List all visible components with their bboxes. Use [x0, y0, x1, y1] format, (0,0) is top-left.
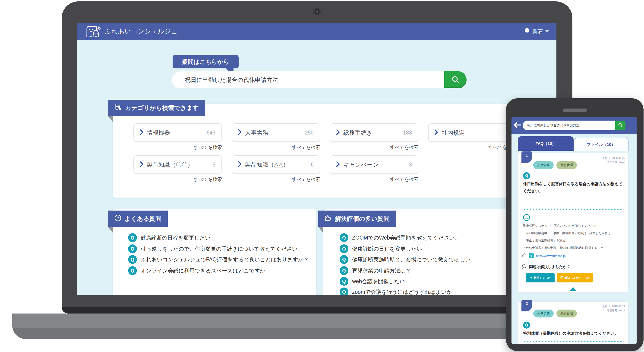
tag-pill[interactable]: 人事労務 — [533, 161, 554, 169]
back-arrow-icon[interactable] — [513, 122, 522, 129]
category-name: 総務手続き — [343, 129, 372, 137]
popular-list-item[interactable]: Q 健康診断実施時期と、会場について教えてほしい。 — [340, 255, 476, 264]
app-logo: furei — [85, 24, 100, 39]
faq-list-item[interactable]: Q 健康診断の日程を変更したい — [128, 233, 210, 242]
search-button[interactable] — [444, 71, 466, 88]
category-panel — [113, 104, 524, 198]
category-card-jinjiroumu[interactable]: 人事労務 250 — [232, 123, 320, 142]
category-card-jouhoukiki[interactable]: 情報機器 643 — [134, 123, 222, 142]
notification-menu[interactable]: 新着 — [524, 27, 549, 35]
chevron-right-icon — [140, 161, 144, 168]
dotted-divider — [523, 208, 623, 210]
feedback-prompt-text: 問題は解決しましたか？ — [529, 265, 570, 269]
category-name: 情報機器 — [147, 129, 170, 137]
tag-list: 人事労務 勤怠管理 — [533, 309, 577, 317]
category-section-header: カテゴリから検索できます — [108, 100, 205, 116]
category-card-seihin-dd[interactable]: 製品知識（△△） 6 — [232, 155, 320, 174]
faq-result-card: 2 人事労務 勤怠管理 更新日 : 2025-01-29 管理番号 : 6316… — [518, 301, 628, 344]
category-name: 社内規定 — [442, 129, 465, 137]
search-all-link[interactable]: すべてを検索 — [232, 176, 320, 182]
category-count: 250 — [305, 130, 314, 136]
tag-pill[interactable]: 人事労務 — [533, 309, 554, 317]
search-all-link[interactable]: すべてを検索 — [134, 176, 222, 182]
management-number: 管理番号 : 5742 — [602, 160, 625, 164]
category-card-seihin-oo[interactable]: 製品知識（〇〇） 5 — [134, 155, 222, 174]
page-title: ふれあいコンシェルジュ — [105, 27, 178, 36]
chevron-right-icon — [238, 161, 242, 168]
answer-line: ・代休申請書：振休申請。振休は1週間以内に取得すること。 — [523, 245, 624, 251]
category-card-shanaikitei[interactable]: 社内規定 — [428, 123, 516, 142]
result-number-badge: 2 — [522, 300, 532, 311]
popular-list-item[interactable]: Q web会議を開催したい — [340, 277, 405, 286]
search-bubble-text: 疑問はこちらから — [182, 58, 229, 66]
resolved-button[interactable]: 解決しました — [526, 273, 554, 282]
popular-section-header: 解決評価の多い質問 — [318, 211, 396, 227]
feedback-buttons: 解決しました 解決しませんでした — [526, 273, 593, 282]
popular-question-text: web会議を開催したい — [352, 278, 405, 285]
popular-list-item[interactable]: Q zoomで会議を行うにはどうすればよいか — [340, 287, 452, 295]
tab-faq[interactable]: FAQ（10） — [518, 136, 574, 151]
faq-question-text: 健康診断の日程を変更したい — [140, 234, 210, 241]
result-question: 休日出勤をして振替休日を取る場合の申請方法を教えてください。 — [523, 181, 624, 195]
thumbs-down-icon — [560, 276, 563, 280]
search-all-link[interactable]: すべてを検索 — [134, 144, 222, 151]
q-icon: Q — [340, 244, 348, 253]
category-card-soumu[interactable]: 総務手続き 183 — [330, 123, 418, 142]
phone-search-button[interactable] — [615, 121, 626, 130]
search-all-link[interactable]: すべてを検索 — [330, 144, 418, 151]
phone-search-input[interactable]: 祝日に出勤した場合の代休申請方法 — [522, 121, 615, 130]
category-count: 3 — [409, 162, 412, 168]
category-name: キャンペーン — [343, 161, 379, 169]
search-bar: 祝日に出勤した場合の代休申請方法 — [172, 71, 466, 88]
phone-screen: 祝日に出勤した場合の代休申請方法 FAQ（10） ファイル（10） 1 人事労務… — [512, 117, 636, 344]
tab-files[interactable]: ファイル（10） — [574, 138, 628, 151]
collapse-triangle-icon[interactable] — [570, 287, 576, 291]
faq-list-item[interactable]: Q 引っ越しをしたので、住所変更の手続きについて教えてください。 — [128, 244, 303, 253]
popular-list-item[interactable]: Q 健康診断の日程を変更したい — [340, 244, 422, 253]
faq-list-item[interactable]: Q ふれあいコンシェルジュでFAQ評価をすると良いことはありますか？ — [128, 255, 309, 264]
q-icon: Q — [340, 266, 348, 275]
laptop-screen: furei ふれあいコンシェルジュ 新着 疑問はこちらから 祝日に出勤した — [77, 23, 556, 295]
popular-list-item[interactable]: Q ZOOMでのWeb会議手順を教えてください。 — [340, 233, 460, 242]
tag-pill[interactable]: 勤怠管理 — [556, 309, 577, 317]
search-input[interactable]: 祝日に出勤した場合の代休申請方法 — [172, 71, 444, 88]
ribbon-fold — [108, 116, 113, 122]
search-all-link[interactable]: すべてを検索 — [428, 144, 516, 151]
a-icon: A — [523, 214, 530, 221]
laptop-frame: furei ふれあいコンシェルジュ 新着 疑問はこちらから 祝日に出勤した — [62, 2, 572, 313]
faq-section-header: ? よくある質問 — [108, 211, 168, 227]
search-all-link[interactable]: すべてを検索 — [330, 176, 418, 182]
category-card-campaign[interactable]: キャンペーン 3 — [330, 155, 418, 174]
updated-date: 更新日 : 2025-01-29 — [602, 156, 625, 160]
category-count: 6 — [311, 162, 314, 168]
reference-link[interactable]: https://www.furecon.jp/ — [536, 254, 566, 258]
thumbs-up-icon — [325, 214, 332, 223]
unresolved-button[interactable]: 解決しませんでした — [557, 273, 593, 282]
q-icon: Q — [340, 287, 348, 295]
result-meta: 更新日 : 2025-01-29 管理番号 : 5742 — [602, 156, 625, 164]
link-icon — [522, 253, 526, 258]
result-question: 特別休暇（長期休暇）の申請方法を教えてください。 — [523, 330, 624, 337]
q-icon: Q — [340, 255, 348, 264]
ribbon-fold — [318, 227, 323, 233]
category-name: 人事労務 — [245, 129, 268, 137]
magnifier-icon — [618, 123, 623, 128]
search-all-link[interactable]: すべてを検索 — [232, 144, 320, 151]
bell-icon — [524, 27, 530, 35]
q-icon: Q — [128, 266, 137, 275]
popular-question-text: ZOOMでのWeb会議手順を教えてください。 — [352, 234, 460, 241]
answer-line: 「事由：振替出勤残業」を追加。 — [523, 238, 624, 243]
tag-pill[interactable]: 勤怠管理 — [556, 161, 577, 169]
chevron-right-icon — [238, 129, 242, 136]
chevron-right-icon — [336, 129, 340, 136]
logo-text: furei — [86, 35, 92, 38]
faq-list-item[interactable]: Q オンライン会議に利用できるスペースはどこですか — [128, 266, 266, 275]
notification-label: 新着 — [532, 28, 543, 35]
popular-list-item[interactable]: Q 育児休業の申請方法は？ — [340, 266, 411, 275]
magnifier-icon — [451, 75, 460, 85]
category-count: 5 — [212, 162, 216, 168]
q-icon: Q — [128, 255, 137, 264]
q-icon: Q — [340, 277, 348, 286]
feedback-prompt: 問題は解決しましたか？ — [522, 264, 570, 270]
answer-line: 勤怠管理システムで、下記のとおり申請してください。 — [523, 223, 624, 229]
